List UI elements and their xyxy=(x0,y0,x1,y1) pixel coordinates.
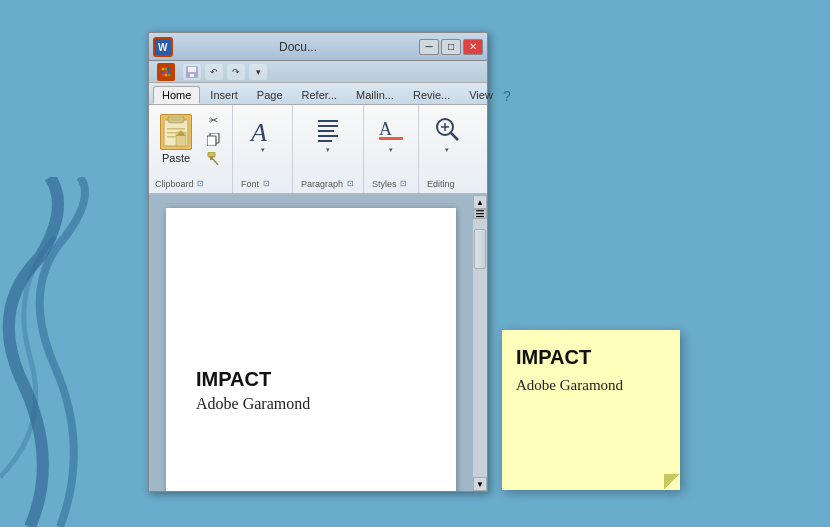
styles-button[interactable]: A ▾ xyxy=(370,109,412,155)
sticky-fold xyxy=(664,474,680,490)
svg-point-4 xyxy=(165,67,168,70)
styles-buttons: A ▾ xyxy=(370,109,412,179)
svg-text:W: W xyxy=(158,42,168,53)
editing-group: ▾ Editing xyxy=(419,105,474,193)
tab-home[interactable]: Home xyxy=(153,86,200,104)
svg-point-10 xyxy=(165,73,168,76)
svg-point-11 xyxy=(168,73,171,76)
clipboard-small-buttons: ✂ xyxy=(201,111,226,167)
editing-button[interactable]: ▾ xyxy=(426,109,468,155)
save-quick-button[interactable] xyxy=(183,64,201,80)
window-controls: ─ □ ✕ xyxy=(419,39,483,55)
font-button[interactable]: A ▾ xyxy=(242,109,284,155)
sticky-garamond-text: Adobe Garamond xyxy=(516,377,666,394)
clipboard-group-footer: Clipboard ⊡ xyxy=(153,179,226,193)
svg-text:A: A xyxy=(379,119,392,139)
paragraph-dropdown-arrow[interactable]: ▾ xyxy=(326,146,330,154)
word-window: W Docu... ─ □ ✕ xyxy=(148,32,488,492)
paste-icon xyxy=(160,114,192,150)
paragraph-button[interactable]: ▾ xyxy=(307,109,349,155)
font-icon: A xyxy=(247,114,279,146)
tab-mailings[interactable]: Mailin... xyxy=(347,86,403,104)
clipboard-expand-button[interactable]: ⊡ xyxy=(196,179,206,189)
tab-view[interactable]: View xyxy=(460,86,502,104)
editing-buttons: ▾ xyxy=(426,109,468,179)
clipboard-label: Clipboard ⊡ xyxy=(155,179,206,191)
styles-expand-button[interactable]: ⊡ xyxy=(399,179,409,189)
font-dropdown-arrow[interactable]: ▾ xyxy=(261,146,265,154)
undo-quick-button[interactable]: ↶ xyxy=(205,64,223,80)
doc-garamond-text: Adobe Garamond xyxy=(196,395,426,413)
scroll-down-button[interactable]: ▼ xyxy=(473,477,487,491)
office-button[interactable] xyxy=(157,63,175,81)
quick-access-dropdown[interactable]: ▾ xyxy=(249,64,267,80)
svg-rect-19 xyxy=(167,128,185,130)
paragraph-expand-button[interactable]: ⊡ xyxy=(345,179,355,189)
editing-label: Editing xyxy=(427,179,455,191)
tab-page[interactable]: Page xyxy=(248,86,292,104)
document-area: IMPACT Adobe Garamond ▲ ≡ ▼ xyxy=(149,195,487,491)
paste-label: Paste xyxy=(162,152,190,164)
word-icon: W xyxy=(153,37,173,57)
editing-dropdown-arrow[interactable]: ▾ xyxy=(445,146,449,154)
maximize-button[interactable]: □ xyxy=(441,39,461,55)
paragraph-buttons: ▾ xyxy=(307,109,349,179)
styles-group-footer: Styles ⊡ xyxy=(370,179,412,193)
copy-button[interactable] xyxy=(201,130,226,148)
styles-group: A ▾ Styles ⊡ xyxy=(364,105,419,193)
quick-access-toolbar: ↶ ↷ ▾ xyxy=(149,61,487,83)
font-buttons: A ▾ xyxy=(242,109,284,179)
title-bar: W Docu... ─ □ ✕ xyxy=(149,33,487,61)
paragraph-group-footer: Paragraph ⊡ xyxy=(299,179,357,193)
ruler xyxy=(166,203,456,204)
svg-point-8 xyxy=(168,70,171,73)
ribbon-body: Paste ✂ xyxy=(149,105,487,195)
document-page: IMPACT Adobe Garamond xyxy=(166,208,456,491)
tab-insert[interactable]: Insert xyxy=(201,86,247,104)
clipboard-group: Paste ✂ xyxy=(149,105,233,193)
scrollbar-track xyxy=(473,219,487,477)
svg-text:A: A xyxy=(249,118,267,145)
scrollbar-thumb[interactable] xyxy=(474,229,486,269)
font-group: A ▾ Font ⊡ xyxy=(233,105,293,193)
svg-line-28 xyxy=(213,159,218,165)
ribbon-tabs: Home Insert Page Refer... Mailin... Revi… xyxy=(149,83,487,105)
redo-quick-button[interactable]: ↷ xyxy=(227,64,245,80)
paragraph-label: Paragraph ⊡ xyxy=(301,179,355,191)
sticky-impact-text: IMPACT xyxy=(516,346,666,369)
font-label: Font ⊡ xyxy=(241,179,271,191)
minimize-button[interactable]: ─ xyxy=(419,39,439,55)
paste-button[interactable]: Paste xyxy=(153,109,199,169)
font-expand-button[interactable]: ⊡ xyxy=(261,179,271,189)
svg-rect-25 xyxy=(207,136,216,146)
cut-button[interactable]: ✂ xyxy=(201,111,226,129)
scroll-split[interactable]: ≡ xyxy=(473,209,487,219)
tab-refer[interactable]: Refer... xyxy=(293,86,346,104)
paragraph-icon xyxy=(312,114,344,146)
styles-dropdown-arrow[interactable]: ▾ xyxy=(389,146,393,154)
paragraph-group: ▾ Paragraph ⊡ xyxy=(293,105,364,193)
styles-icon: A xyxy=(375,114,407,146)
format-painter-icon xyxy=(205,151,221,165)
copy-icon xyxy=(205,132,221,146)
doc-impact-text: IMPACT xyxy=(196,368,426,391)
close-button[interactable]: ✕ xyxy=(463,39,483,55)
tab-review[interactable]: Revie... xyxy=(404,86,459,104)
doc-top-space xyxy=(196,248,426,368)
svg-point-5 xyxy=(168,67,171,70)
window-title: Docu... xyxy=(177,40,419,54)
font-group-footer: Font ⊡ xyxy=(239,179,286,193)
svg-point-3 xyxy=(162,67,165,70)
styles-label: Styles ⊡ xyxy=(372,179,409,191)
document-scroll: IMPACT Adobe Garamond xyxy=(149,195,473,491)
svg-point-7 xyxy=(165,70,168,73)
vertical-scrollbar: ▲ ≡ ▼ xyxy=(473,195,487,491)
help-button[interactable]: ? xyxy=(503,88,511,104)
svg-rect-18 xyxy=(168,116,184,123)
svg-line-38 xyxy=(451,133,458,140)
cut-icon: ✂ xyxy=(205,113,221,127)
svg-rect-15 xyxy=(190,74,194,77)
svg-rect-13 xyxy=(188,67,196,72)
svg-point-9 xyxy=(162,73,165,76)
format-painter-button[interactable] xyxy=(201,149,226,167)
